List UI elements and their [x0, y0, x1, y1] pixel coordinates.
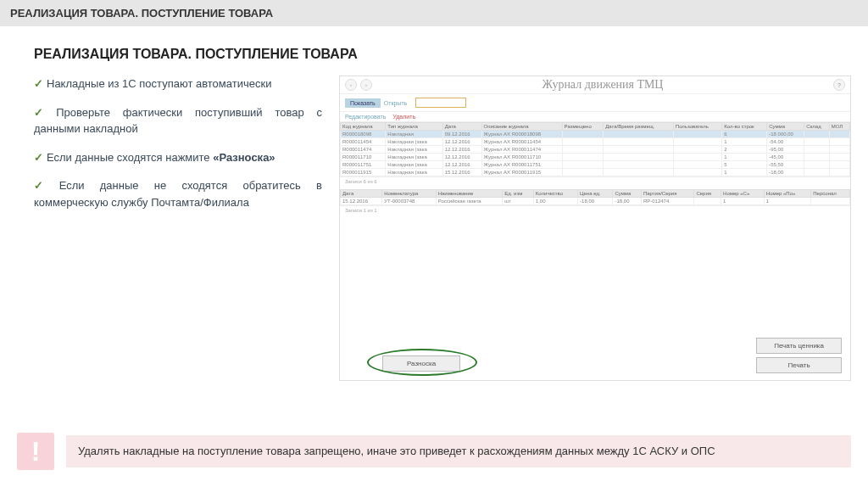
column-header[interactable]: Пользователь — [673, 123, 722, 131]
table-row[interactable]: R000018098Накладная09.12.2016Журнал АХ R… — [341, 131, 850, 138]
column-header: Номер «По» — [764, 190, 810, 198]
delete-link[interactable]: Удалить — [392, 114, 415, 120]
table-row[interactable]: R000011751Накладная (зака12.12.2016Журна… — [341, 161, 850, 169]
check-icon: ✓ — [34, 77, 43, 90]
column-header: Персонал — [811, 190, 850, 198]
check-icon: ✓ — [34, 179, 56, 192]
check-icon: ✓ — [34, 151, 43, 164]
column-header: Номер «С» — [721, 190, 765, 198]
column-header: Сумма — [613, 190, 641, 198]
print-button[interactable]: Печать — [756, 357, 842, 373]
check-icon: ✓ — [34, 106, 53, 119]
exclaim-icon: ! — [17, 433, 54, 470]
column-header: Номенклатура — [382, 190, 437, 198]
bullet-list: ✓Накладные из 1С поступают автоматически… — [34, 76, 322, 381]
help-icon[interactable]: ? — [833, 79, 845, 91]
column-header[interactable]: Тип журнала — [386, 123, 442, 131]
column-header: Наименование — [436, 190, 503, 198]
edit-link[interactable]: Редактировать — [345, 114, 386, 120]
column-header[interactable]: Дата — [442, 123, 481, 131]
column-header: Количество — [533, 190, 577, 198]
column-header[interactable]: Код журнала — [341, 123, 386, 131]
bullet-item: ✓Проверьте фактически поступивший товар … — [34, 104, 322, 137]
column-header: Партия/Серия — [641, 190, 693, 198]
column-header: Ед. изм — [503, 190, 534, 198]
bullet-item: ✓Если данные сходятся нажмите «Разноска» — [34, 149, 322, 166]
app-screenshot: ‹ › Журнал движения ТМЦ ? Показать Откры… — [339, 76, 851, 381]
bullet-item: ✓Накладные из 1С поступают автоматически — [34, 76, 322, 92]
column-header[interactable]: Склад — [804, 123, 829, 131]
open-link[interactable]: Открыть — [384, 100, 408, 106]
column-header: Серия — [694, 190, 721, 198]
column-header[interactable]: Размещено — [562, 123, 604, 131]
column-header[interactable]: Дата/Время размещ. — [604, 123, 674, 131]
column-header[interactable]: МОЛ — [829, 123, 849, 131]
warning-text: Удалять накладные на поступление товара … — [66, 435, 851, 467]
raznoska-button[interactable]: Разноска — [382, 355, 460, 372]
filter-input[interactable] — [415, 98, 466, 108]
nav-back-icon[interactable]: ‹ — [345, 79, 357, 91]
header-bar: РЕАЛИЗАЦИЯ ТОВАРА. ПОСТУПЛЕНИЕ ТОВАРА — [0, 0, 868, 26]
table-row[interactable]: R000011710Накладная (зака12.12.2016Журна… — [341, 154, 850, 161]
table-row[interactable]: R000011454Накладная (зака12.12.2016Журна… — [341, 138, 850, 146]
journal-table: Код журналаТип журналаДатаОписание журна… — [340, 122, 850, 176]
window-title: Журнал движения ТМЦ — [372, 78, 833, 92]
detail-table: ДатаНоменклатураНаименованиеЕд. измКолич… — [340, 189, 850, 205]
column-header[interactable]: Описание журнала — [481, 123, 562, 131]
column-header: Цена ед. — [578, 190, 613, 198]
pager-top: Записи 6 из 6 — [340, 176, 850, 186]
bullet-item: ✓Если данные не сходятся обратитесь в ко… — [34, 177, 322, 210]
print-pricetag-button[interactable]: Печать ценника — [756, 338, 842, 354]
warning-banner: ! Удалять накладные на поступление товар… — [17, 433, 851, 470]
nav-forward-icon[interactable]: › — [360, 79, 372, 91]
table-row[interactable]: R000011915Накладная (зака15.12.2016Журна… — [341, 169, 850, 176]
pager-detail: Записи 1 из 1 — [340, 205, 850, 215]
column-header: Дата — [341, 190, 382, 198]
column-header[interactable]: Сумма — [767, 123, 804, 131]
page-title: РЕАЛИЗАЦИЯ ТОВАРА. ПОСТУПЛЕНИЕ ТОВАРА — [0, 26, 868, 76]
column-header[interactable]: Кол-во строк — [722, 123, 767, 131]
table-row[interactable]: R000011474Накладная (зака12.12.2016Журна… — [341, 146, 850, 154]
show-button[interactable]: Показать — [345, 98, 381, 108]
